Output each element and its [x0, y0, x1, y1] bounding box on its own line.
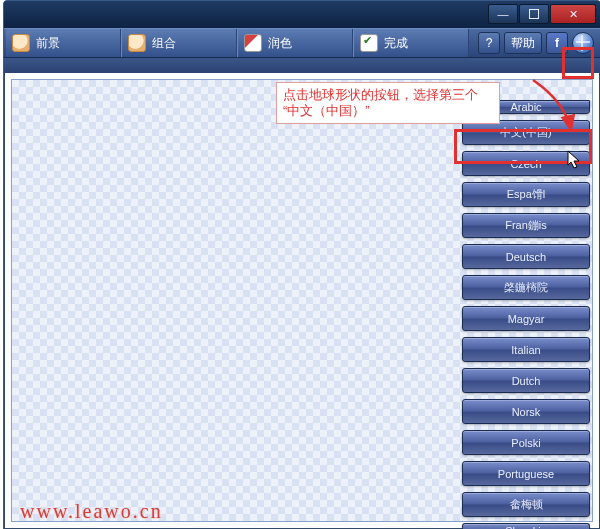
- help-button[interactable]: 帮助: [504, 32, 542, 54]
- language-option-portuguese[interactable]: Portuguese: [462, 461, 590, 486]
- toolbar-label: 前景: [36, 35, 60, 52]
- language-option-spanish[interactable]: Espa馉l: [462, 182, 590, 207]
- language-option-unknown2[interactable]: 畲梅顿: [462, 492, 590, 517]
- toolbar-label: 润色: [268, 35, 292, 52]
- toolbar-label: 完成: [384, 35, 408, 52]
- toolbar-finish-button[interactable]: 完成: [353, 29, 469, 57]
- language-option-czech[interactable]: Czech: [462, 151, 590, 176]
- language-option-slovak[interactable]: Slovakia: [462, 523, 590, 529]
- language-option-dutch[interactable]: Dutch: [462, 368, 590, 393]
- language-menu: Arabic English 中文(中国) Czech Espa馉l Fran鏰…: [462, 100, 590, 529]
- language-option-german[interactable]: Deutsch: [462, 244, 590, 269]
- document-check-icon: [360, 34, 378, 52]
- language-option-unknown1[interactable]: 棨鍦槣院: [462, 275, 590, 300]
- facebook-button[interactable]: f: [546, 32, 568, 54]
- help-icon-button[interactable]: ?: [478, 32, 500, 54]
- language-option-hungarian[interactable]: Magyar: [462, 306, 590, 331]
- language-globe-button[interactable]: [572, 32, 594, 54]
- window-close-button[interactable]: ✕: [550, 4, 596, 24]
- brush-icon: [244, 34, 262, 52]
- window-maximize-button[interactable]: [519, 4, 549, 24]
- toolbar-label: 组合: [152, 35, 176, 52]
- language-option-norwegian[interactable]: Norsk: [462, 399, 590, 424]
- face-icon: [128, 34, 146, 52]
- main-toolbar: 前景 组合 润色 完成 ? 帮助 f: [4, 28, 600, 58]
- watermark-text: www.leawo.cn: [20, 500, 163, 523]
- window-minimize-button[interactable]: —: [488, 4, 518, 24]
- language-option-italian[interactable]: Italian: [462, 337, 590, 362]
- toolbar-foreground-button[interactable]: 前景: [6, 29, 121, 57]
- toolbar-combine-button[interactable]: 组合: [121, 29, 237, 57]
- window-titlebar[interactable]: — ✕: [4, 1, 600, 28]
- language-option-french[interactable]: Fran鏰is: [462, 213, 590, 238]
- annotation-tooltip: 点击地球形状的按钮，选择第三个“中文（中国）”: [276, 82, 500, 124]
- toolbar-retouch-button[interactable]: 润色: [237, 29, 353, 57]
- face-icon: [12, 34, 30, 52]
- language-option-polish[interactable]: Polski: [462, 430, 590, 455]
